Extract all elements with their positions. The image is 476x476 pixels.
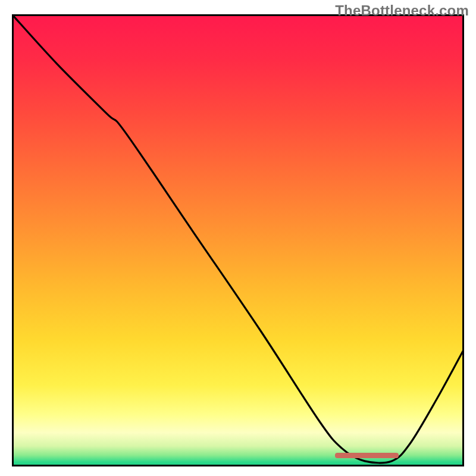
watermark-text: TheBottleneck.com xyxy=(335,2,469,19)
svg-rect-0 xyxy=(12,14,464,466)
optimal-range-marker xyxy=(335,453,398,458)
plot-area xyxy=(12,14,464,466)
background-gradient xyxy=(12,14,464,466)
chart-frame: TheBottleneck.com xyxy=(0,0,476,476)
